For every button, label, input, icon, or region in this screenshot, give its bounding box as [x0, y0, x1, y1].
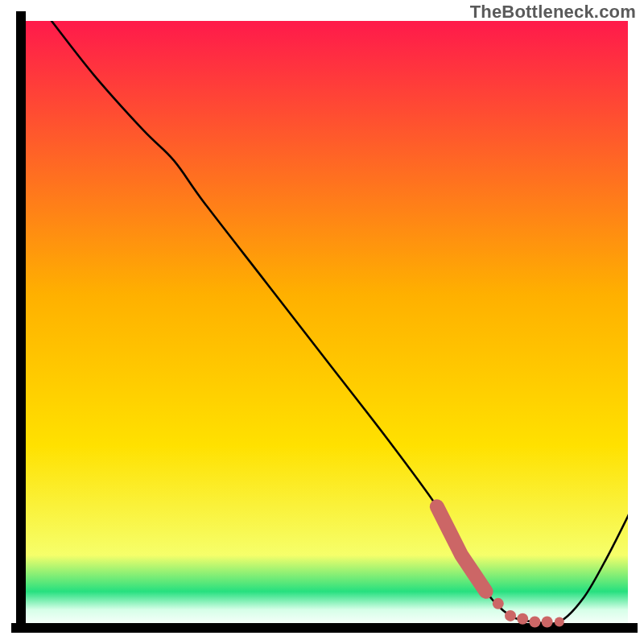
highlight-dot [555, 617, 564, 626]
highlight-dot [493, 598, 504, 609]
plot-background [21, 21, 628, 628]
highlight-dot [505, 610, 516, 621]
highlight-dot [529, 616, 540, 627]
highlight-dot [542, 616, 553, 627]
chart-stage: TheBottleneck.com [0, 0, 644, 644]
highlight-dot [517, 613, 528, 625]
watermark-text: TheBottleneck.com [470, 2, 636, 23]
bottleneck-chart [0, 0, 644, 644]
